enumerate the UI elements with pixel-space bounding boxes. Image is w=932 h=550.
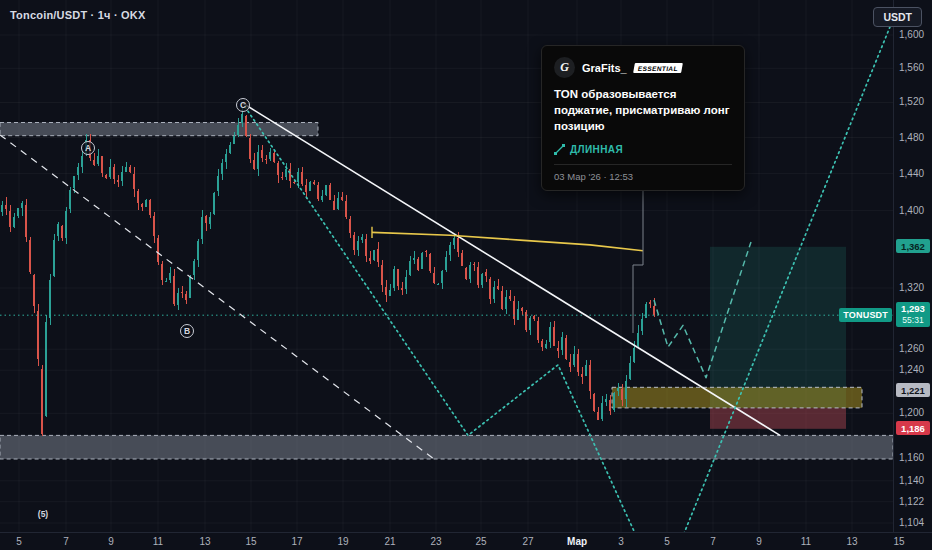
time-tick-label: 7 (710, 536, 716, 547)
essential-badge: ESSENTIAL (633, 63, 683, 73)
time-tick-label: 5 (664, 536, 670, 547)
price-tick-label: 1,160 (899, 452, 924, 463)
time-tick-label: 9 (108, 536, 114, 547)
time-tick-label: 9 (756, 536, 762, 547)
trendline-icon (554, 144, 565, 155)
idea-direction: ДЛИННАЯ (554, 144, 732, 155)
currency-toggle-button[interactable]: USDT (873, 7, 922, 27)
time-tick-label: 15 (245, 536, 256, 547)
price-badge-target-level: 1,362 (896, 239, 930, 253)
time-tick-label: 19 (337, 536, 348, 547)
price-tick-label: 1,140 (899, 475, 924, 486)
squeeze-curve[interactable] (372, 232, 643, 250)
idea-callout-card[interactable]: G GraFits_ ESSENTIAL TON образовывается … (541, 45, 745, 191)
resistance-band-upper[interactable] (0, 123, 318, 136)
time-tick-label: 27 (522, 536, 533, 547)
idea-timestamp: 03 Мар '26 · 12:53 (554, 171, 732, 182)
price-tick-label: 1,260 (899, 343, 924, 354)
plot-area[interactable]: ABC(5) (0, 0, 893, 550)
support-band-lower[interactable] (0, 435, 893, 459)
bar-countdown: 55:31 (896, 315, 930, 326)
author-avatar[interactable]: G (554, 57, 575, 78)
last-price-badge: 1,29355:31 (896, 302, 930, 327)
time-tick-label: 25 (475, 536, 486, 547)
author-username[interactable]: GraFits_ (582, 62, 627, 74)
price-tick-label: 1,104 (899, 517, 924, 528)
time-tick-label: 5 (16, 536, 22, 547)
price-tick-label: 1,200 (899, 407, 924, 418)
price-tick-label: 1,520 (899, 96, 924, 107)
wave-label-5[interactable]: (5) (38, 509, 49, 519)
symbol-title: Toncoin/USDT · 1ч · OKX (10, 9, 145, 21)
price-tick-label: 1,240 (899, 364, 924, 375)
wave-label-B[interactable]: B (184, 326, 190, 336)
price-tick-label: 1,122 (899, 496, 924, 507)
time-tick-label: 13 (846, 536, 857, 547)
idea-text: TON образовывается поджатие, присматрива… (554, 87, 732, 135)
price-tick-label: 1,560 (899, 62, 924, 73)
time-axis[interactable]: 579111315171921232527Мар3579111315 (0, 532, 932, 550)
chart-canvas[interactable]: ABC(5) (0, 0, 932, 550)
trading-chart-app: ABC(5) Toncoin/USDT · 1ч · OKX USDT 1,60… (0, 0, 932, 550)
symbol-price-label: TONUSDT (839, 308, 892, 322)
price-badge-stop-level: 1,186 (896, 421, 930, 435)
time-tick-label: 17 (291, 536, 302, 547)
idea-direction-label: ДЛИННАЯ (570, 144, 623, 155)
price-tick-label: 1,400 (899, 205, 924, 216)
time-tick-label: 21 (384, 536, 395, 547)
wave-label-A[interactable]: A (85, 143, 91, 153)
price-tick-label: 1,480 (899, 132, 924, 143)
time-tick-label: 13 (199, 536, 210, 547)
time-tick-label: 15 (893, 536, 904, 547)
price-badge-entry-level: 1,221 (896, 383, 930, 397)
last-price-value: 1,293 (896, 303, 930, 315)
wave-label-C[interactable]: C (240, 100, 246, 110)
time-tick-label: Мар (567, 536, 587, 547)
price-tick-label: 1,600 (899, 29, 924, 40)
card-divider (554, 164, 732, 165)
price-axis[interactable]: 1,6001,5601,5201,4801,4401,4001,3201,260… (893, 0, 932, 532)
time-tick-label: 11 (153, 536, 163, 547)
price-tick-label: 1,320 (899, 282, 924, 293)
time-tick-label: 23 (430, 536, 441, 547)
time-tick-label: 11 (801, 536, 811, 547)
entry-band[interactable] (612, 387, 862, 408)
time-tick-label: 7 (63, 536, 69, 547)
time-tick-label: 3 (618, 536, 624, 547)
price-tick-label: 1,440 (899, 168, 924, 179)
